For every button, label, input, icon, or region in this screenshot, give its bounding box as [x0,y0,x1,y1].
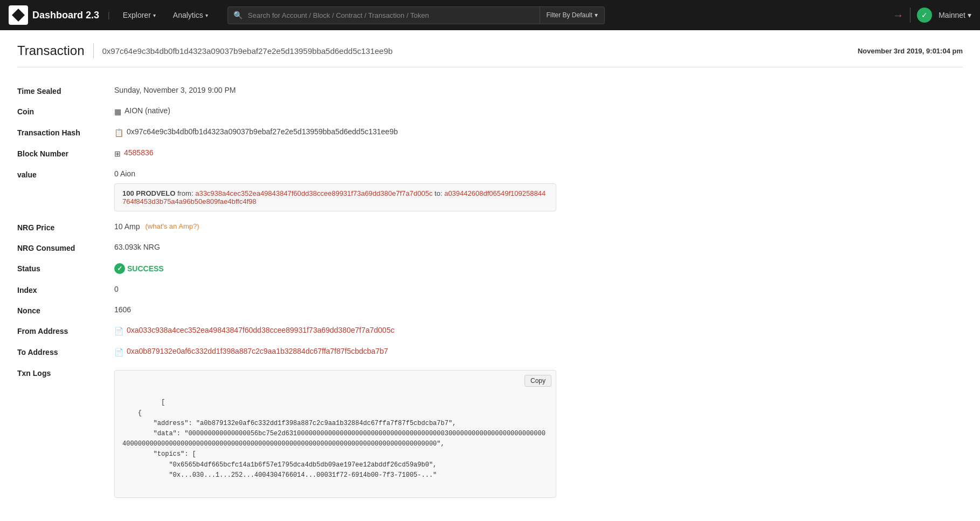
index-value: 0 [114,285,963,293]
nonce-value: 1606 [114,305,963,314]
filter-chevron-icon: ▾ [595,11,598,19]
header-line [17,67,963,67]
search-area: 🔍 Filter By Default ▾ [227,6,605,24]
txn-logs-box: Copy [ { "address": "a0b879132e0af6c332d… [114,370,556,498]
navbar-brand-divider: | [108,11,110,19]
page-datetime: November 3rd 2019, 9:01:04 pm [858,47,963,55]
header-divider [93,43,94,58]
nrg-price-row: NRG Price 10 Amp (what's an Amp?) [17,217,963,237]
to-label: to: [434,189,442,197]
to-address-label: To Address [17,347,114,357]
from-address-link[interactable]: 0xa033c938a4cec352ea49843847f60dd38ccee8… [127,326,395,334]
analytics-chevron-icon: ▾ [205,12,208,18]
detail-table: Time Sealed Sunday, November 3, 2019 9:0… [17,80,963,503]
from-address-row: From Address 0xa033c938a4cec352ea4984384… [17,320,963,341]
brand-logo [9,5,28,25]
nrg-consumed-label: NRG Consumed [17,243,114,252]
from-address-icon [114,326,123,336]
txn-logs-content: [ { "address": "a0b879132e0af6c332dd1f39… [122,399,546,478]
time-sealed-text: Sunday, November 3, 2019 9:00 PM [114,86,236,94]
to-address-icon [114,347,123,357]
status-indicator: ✓ [917,8,932,23]
to-address-link[interactable]: 0xa0b879132e0af6c332dd1f398a887c2c9aa1b3… [127,347,388,355]
nonce-row: Nonce 1606 [17,300,963,320]
token-amount: 100 [122,189,134,197]
tx-hash-label: Transaction Hash [17,127,114,137]
tx-hash-value: 0x97c64e9c3b4db0fb1d4323a09037b9ebaf27e2… [114,127,963,138]
nonce-text: 1606 [114,305,131,314]
network-chevron-icon: ▾ [968,11,971,19]
index-text: 0 [114,285,119,293]
analytics-menu-button[interactable]: Analytics ▾ [167,6,215,24]
value-text: 0 Aion [114,169,135,178]
txn-logs-value: Copy [ { "address": "a0b879132e0af6c332d… [114,368,963,498]
txn-logs-row: Txn Logs Copy [ { "address": "a0b879132e… [17,362,963,503]
index-row: Index 0 [17,279,963,300]
block-number-value: 4585836 [114,148,963,159]
coin-icon [114,107,121,116]
navbar-right-divider [910,8,910,23]
nonce-label: Nonce [17,305,114,315]
from-label: from: [177,189,194,197]
block-number-link[interactable]: 4585836 [124,148,154,157]
value-field: 0 Aion 100 PRODVELO from: a33c938a4cec35… [114,169,963,211]
status-value: ✓ SUCCESS [114,263,963,274]
value-row: value 0 Aion 100 PRODVELO from: a33c938a… [17,164,963,217]
nrg-price-text: 10 Amp [114,222,140,231]
tx-hash-row: Transaction Hash 0x97c64e9c3b4db0fb1d432… [17,122,963,143]
explorer-label: Explorer [123,11,151,19]
token-name: PRODVELO [136,189,175,197]
coin-row: Coin AION (native) [17,101,963,122]
search-icon: 🔍 [228,11,248,19]
block-number-label: Block Number [17,148,114,158]
index-label: Index [17,285,114,294]
block-number-row: Block Number 4585836 [17,143,963,164]
status-badge: ✓ SUCCESS [114,263,164,274]
nrg-consumed-text: 63.093k NRG [114,243,160,251]
brand-logo-icon [12,9,25,22]
explorer-chevron-icon: ▾ [153,12,156,18]
tx-hash-copy-icon [114,128,123,138]
analytics-label: Analytics [173,11,203,19]
coin-value: AION (native) [114,106,963,116]
success-icon: ✓ [114,263,125,274]
navbar-right: → ✓ Mainnet ▾ [893,8,971,23]
nrg-consumed-value: 63.093k NRG [114,243,963,251]
brand-title: Dashboard 2.3 [32,10,99,21]
copy-button[interactable]: Copy [524,375,551,387]
nrg-price-label: NRG Price [17,222,114,232]
brand: Dashboard 2.3 [9,5,99,25]
filter-label: Filter By Default [547,11,592,19]
from-address-value: 0xa033c938a4cec352ea49843847f60dd38ccee8… [114,326,963,336]
block-number-icon [114,149,121,159]
token-from-address[interactable]: a33c938a4cec352ea49843847f60dd38ccee8993… [195,189,432,197]
time-sealed-value: Sunday, November 3, 2019 9:00 PM [114,86,963,94]
txn-logs-label: Txn Logs [17,368,114,378]
network-label: Mainnet [938,11,965,19]
page-header: Transaction 0x97c64e9c3b4db0fb1d4323a090… [17,43,963,58]
time-sealed-row: Time Sealed Sunday, November 3, 2019 9:0… [17,80,963,101]
explorer-menu-button[interactable]: Explorer ▾ [116,6,162,24]
nrg-consumed-row: NRG Consumed 63.093k NRG [17,237,963,258]
arrow-button[interactable]: → [893,9,903,22]
search-input[interactable] [248,7,540,24]
page-title: Transaction [17,43,85,58]
amp-link[interactable]: (what's an Amp?) [145,222,199,230]
page-content: Transaction 0x97c64e9c3b4db0fb1d4323a090… [0,30,980,516]
value-label: value [17,169,114,179]
from-address-label: From Address [17,326,114,335]
network-button[interactable]: Mainnet ▾ [938,11,971,19]
status-row: Status ✓ SUCCESS [17,258,963,279]
to-address-value: 0xa0b879132e0af6c332dd1f398a887c2c9aa1b3… [114,347,963,357]
filter-button[interactable]: Filter By Default ▾ [540,7,604,23]
navbar: Dashboard 2.3 | Explorer ▾ Analytics ▾ 🔍… [0,0,980,30]
status-text: SUCCESS [127,264,164,273]
coin-label: Coin [17,106,114,116]
status-label: Status [17,263,114,273]
nrg-price-value: 10 Amp (what's an Amp?) [114,222,963,231]
tx-hash-text: 0x97c64e9c3b4db0fb1d4323a09037b9ebaf27e2… [127,127,398,136]
to-address-row: To Address 0xa0b879132e0af6c332dd1f398a8… [17,341,963,362]
coin-text: AION (native) [125,106,170,115]
time-sealed-label: Time Sealed [17,86,114,95]
token-transfer-box: 100 PRODVELO from: a33c938a4cec352ea4984… [114,183,556,211]
